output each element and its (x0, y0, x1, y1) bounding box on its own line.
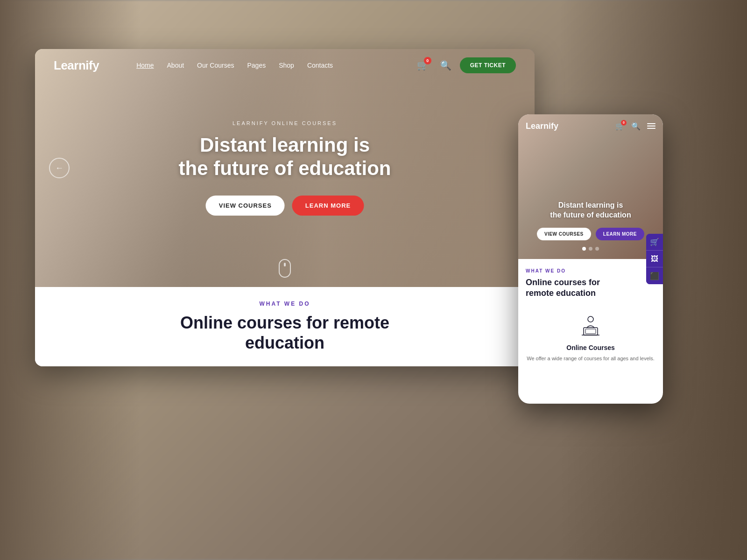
view-courses-button[interactable]: VIEW COURSES (206, 196, 285, 216)
desktop-nav-links: Home About Our Courses Pages Shop Contac… (136, 62, 415, 69)
menu-bar-2 (647, 126, 655, 126)
mobile-course-card: Online Courses We offer a wide range of … (526, 308, 655, 367)
mobile-hero-content: Distant learning isthe future of educati… (518, 201, 663, 240)
mobile-nav-icons: 🛒 0 🔍 (615, 122, 655, 131)
mobile-what-we-do-label: WHAT WE DO (526, 268, 655, 273)
what-we-do-label: WHAT WE DO (259, 301, 310, 307)
mobile-logo: Learnify (526, 121, 615, 131)
nav-link-contacts[interactable]: Contacts (307, 62, 333, 69)
mobile-card-title: Online Courses (566, 344, 614, 351)
desktop-logo: Learnify (54, 58, 99, 73)
mobile-carousel-dots (582, 247, 599, 251)
desktop-hero-content: LEARNIFY ONLINE COURSES Distant learning… (179, 120, 391, 216)
desktop-navbar: Learnify Home About Our Courses Pages Sh… (35, 49, 535, 82)
nav-link-courses[interactable]: Our Courses (197, 62, 234, 69)
learn-more-button[interactable]: LEARN MORE (292, 196, 364, 216)
mobile-hero-buttons: VIEW COURSES LEARN MORE (528, 228, 654, 240)
desktop-section-title: Online courses for remote education (180, 313, 389, 353)
course-icon (578, 313, 604, 339)
nav-link-pages[interactable]: Pages (247, 62, 266, 69)
desktop-bottom-section: WHAT WE DO Online courses for remote edu… (35, 287, 535, 366)
hero-prev-button[interactable]: ← (49, 158, 70, 178)
hero-subtitle: LEARNIFY ONLINE COURSES (179, 120, 391, 126)
mobile-hero-title: Distant learning isthe future of educati… (528, 201, 654, 220)
sidebar-cart-icon[interactable]: 🛒 (646, 234, 663, 251)
menu-bar-3 (647, 128, 655, 129)
desktop-search-icon[interactable]: 🔍 (440, 60, 451, 71)
mobile-mockup: Learnify 🛒 0 🔍 Distant learning isthe fu… (518, 114, 663, 404)
desktop-nav-actions: 🛒 0 🔍 GET TICKET (415, 57, 516, 74)
hero-title: Distant learning isthe future of educati… (179, 133, 391, 181)
svg-rect-2 (585, 329, 596, 334)
hero-buttons: VIEW COURSES LEARN MORE (179, 196, 391, 216)
desktop-hero: Learnify Home About Our Courses Pages Sh… (35, 49, 535, 287)
cart-badge: 0 (424, 57, 431, 64)
desktop-mockup: Learnify Home About Our Courses Pages Sh… (35, 49, 535, 366)
mobile-menu-button[interactable] (647, 123, 655, 129)
mobile-learn-more-button[interactable]: LEARN MORE (596, 228, 644, 240)
mobile-view-courses-button[interactable]: VIEW COURSES (537, 228, 591, 240)
dot-3 (595, 247, 599, 251)
scroll-indicator (279, 259, 291, 278)
mobile-cart-badge: 0 (621, 120, 627, 126)
mobile-cart[interactable]: 🛒 0 (615, 122, 625, 131)
dot-2 (589, 247, 592, 251)
mobile-hero: Learnify 🛒 0 🔍 Distant learning isthe fu… (518, 114, 663, 259)
svg-point-0 (588, 316, 593, 322)
mobile-search-icon[interactable]: 🔍 (631, 122, 641, 131)
mobile-sidebar-icons: 🛒 🖼 ⬛ (646, 234, 663, 284)
mobile-navbar: Learnify 🛒 0 🔍 (518, 114, 663, 138)
sidebar-layout-icon[interactable]: ⬛ (646, 267, 663, 284)
get-ticket-button[interactable]: GET TICKET (460, 57, 516, 73)
nav-link-about[interactable]: About (167, 62, 184, 69)
sidebar-image-icon[interactable]: 🖼 (646, 251, 663, 267)
mobile-section-title: Online courses forremote education (526, 277, 655, 299)
nav-link-home[interactable]: Home (136, 62, 154, 69)
scroll-dot (284, 263, 286, 266)
desktop-cart[interactable]: 🛒 0 (415, 57, 431, 74)
dot-1 (582, 247, 586, 251)
menu-bar-1 (647, 123, 655, 124)
mobile-card-desc: We offer a wide range of courses for all… (527, 355, 655, 362)
nav-link-shop[interactable]: Shop (279, 62, 294, 69)
mobile-bottom-section: WHAT WE DO Online courses forremote educ… (518, 259, 663, 376)
